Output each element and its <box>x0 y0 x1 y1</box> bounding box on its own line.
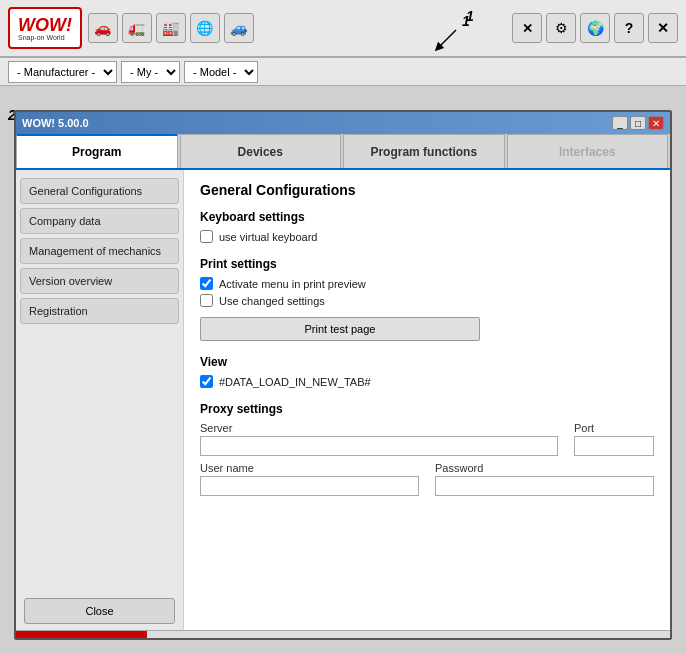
password-input[interactable] <box>435 476 654 496</box>
tab-program[interactable]: Program <box>16 134 178 168</box>
print-settings-section: Print settings Activate menu in print pr… <box>200 257 654 341</box>
proxy-server-row: Server Port <box>200 422 654 456</box>
svg-text:1: 1 <box>462 13 470 29</box>
globe-icon[interactable]: 🌐 <box>190 13 220 43</box>
window-controls: _ □ ✕ <box>612 116 664 130</box>
car-icon[interactable]: 🚗 <box>88 13 118 43</box>
username-input[interactable] <box>200 476 419 496</box>
proxy-settings-section: Proxy settings Server Port User name <box>200 402 654 496</box>
vehicle2-icon[interactable]: 🚙 <box>224 13 254 43</box>
keyboard-settings-label: Keyboard settings <box>200 210 654 224</box>
use-changed-settings-label: Use changed settings <box>219 295 325 307</box>
toolbar-right: ✕ ⚙ 🌍 ? ✕ <box>512 13 678 43</box>
view-label: View <box>200 355 654 369</box>
keyboard-settings-section: Keyboard settings use virtual keyboard <box>200 210 654 243</box>
port-input[interactable] <box>574 436 654 456</box>
window-titlebar: WOW! 5.00.0 _ □ ✕ <box>16 112 670 134</box>
logo-sub: Snap-on World <box>18 34 72 41</box>
tab-interfaces: Interfaces <box>507 134 669 168</box>
data-load-checkbox[interactable] <box>200 375 213 388</box>
globe2-icon[interactable]: 🌍 <box>580 13 610 43</box>
sidebar-item-registration[interactable]: Registration <box>20 298 179 324</box>
proxy-settings-label: Proxy settings <box>200 402 654 416</box>
sidebar-item-version-overview[interactable]: Version overview <box>20 268 179 294</box>
username-label: User name <box>200 462 419 474</box>
svg-line-1 <box>438 30 456 48</box>
activate-menu-checkbox[interactable] <box>200 277 213 290</box>
print-settings-label: Print settings <box>200 257 654 271</box>
exit-icon[interactable]: ✕ <box>648 13 678 43</box>
print-test-button[interactable]: Print test page <box>200 317 480 341</box>
view-section: View #DATA_LOAD_IN_NEW_TAB# <box>200 355 654 388</box>
logo-text: WOW! <box>18 15 72 36</box>
sidebar-item-management-of-mechanics[interactable]: Management of mechanics <box>20 238 179 264</box>
sidebar-item-general-configurations[interactable]: General Configurations <box>20 178 179 204</box>
use-changed-settings-row: Use changed settings <box>200 294 654 307</box>
server-field-wrap: Server <box>200 422 558 456</box>
server-label: Server <box>200 422 558 434</box>
port-label: Port <box>574 422 654 434</box>
progress-bar-fill <box>16 631 147 638</box>
toolbar-icons: 🚗 🚛 🏭 🌐 🚙 ✕ ⚙ 🌍 ? ✕ <box>88 13 678 43</box>
tab-program-functions[interactable]: Program functions <box>343 134 505 168</box>
main-window: WOW! 5.00.0 _ □ ✕ Program Devices Progra… <box>14 110 672 640</box>
section-title: General Configurations <box>200 182 654 198</box>
close-window-button[interactable]: ✕ <box>648 116 664 130</box>
my-dropdown[interactable]: - My - <box>121 61 180 83</box>
settings-icon[interactable]: ⚙ <box>546 13 576 43</box>
close-x-icon[interactable]: ✕ <box>512 13 542 43</box>
password-label: Password <box>435 462 654 474</box>
main-content: General Configurations Keyboard settings… <box>184 170 670 636</box>
proxy-credentials-row: User name Password <box>200 462 654 496</box>
sidebar-item-company-data[interactable]: Company data <box>20 208 179 234</box>
tab-devices[interactable]: Devices <box>180 134 342 168</box>
top-bar: WOW! Snap-on World 🚗 🚛 🏭 🌐 🚙 ✕ ⚙ 🌍 ? ✕ <box>0 0 686 58</box>
activate-menu-row: Activate menu in print preview <box>200 277 654 290</box>
tabs-row: Program Devices Program functions Interf… <box>16 134 670 170</box>
factory-icon[interactable]: 🏭 <box>156 13 186 43</box>
use-changed-settings-checkbox[interactable] <box>200 294 213 307</box>
port-field-wrap: Port <box>574 422 654 456</box>
truck-icon[interactable]: 🚛 <box>122 13 152 43</box>
manufacturer-dropdown[interactable]: - Manufacturer - <box>8 61 117 83</box>
username-field-wrap: User name <box>200 462 419 496</box>
minimize-button[interactable]: _ <box>612 116 628 130</box>
restore-button[interactable]: □ <box>630 116 646 130</box>
dropdowns-row: - Manufacturer - - My - - Model - <box>0 58 686 86</box>
activate-menu-label: Activate menu in print preview <box>219 278 366 290</box>
sidebar: General Configurations Company data Mana… <box>16 170 184 636</box>
model-dropdown[interactable]: - Model - <box>184 61 258 83</box>
password-field-wrap: Password <box>435 462 654 496</box>
help-icon[interactable]: ? <box>614 13 644 43</box>
annotation-1-arrow: 1 <box>420 12 480 52</box>
use-virtual-keyboard-label: use virtual keyboard <box>219 231 317 243</box>
data-load-label: #DATA_LOAD_IN_NEW_TAB# <box>219 376 371 388</box>
window-title: WOW! 5.00.0 <box>22 117 89 129</box>
server-input[interactable] <box>200 436 558 456</box>
use-virtual-keyboard-checkbox[interactable] <box>200 230 213 243</box>
progress-bar-container <box>16 630 670 638</box>
close-button[interactable]: Close <box>24 598 175 624</box>
use-virtual-keyboard-row: use virtual keyboard <box>200 230 654 243</box>
logo: WOW! Snap-on World <box>8 7 82 49</box>
content-area: General Configurations Company data Mana… <box>16 170 670 636</box>
data-load-row: #DATA_LOAD_IN_NEW_TAB# <box>200 375 654 388</box>
